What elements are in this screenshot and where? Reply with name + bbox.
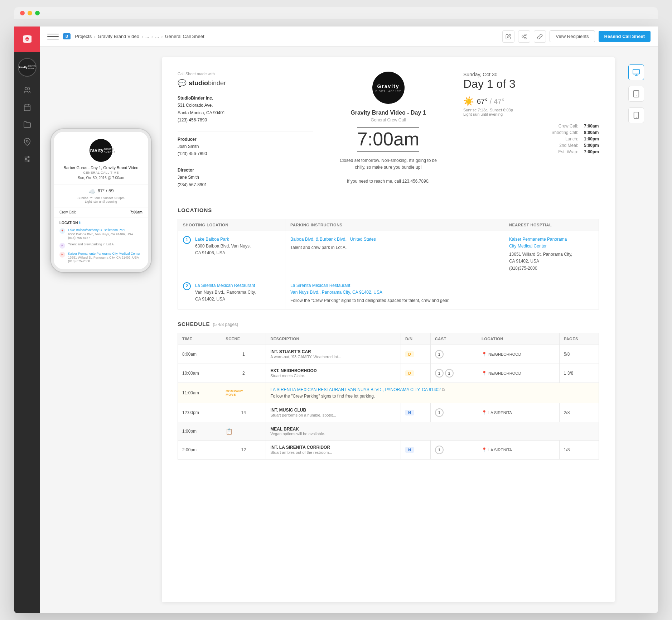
location-2-name: La Sirenita Mexican Restaurant <box>195 282 256 289</box>
schedule-row-2: 10:00am 2 EXT. NEIGHBORHOOD Stuart meets… <box>178 364 599 383</box>
schedule-calls: Crew Call: 7:00am Shooting Call: 8:00am … <box>463 124 599 154</box>
svg-line-17 <box>523 35 525 36</box>
desc-1: INT. STUART'S CAR A worn-out, '93 CAMRY.… <box>266 345 401 364</box>
mobile-temp: 67° / 59 <box>98 188 114 193</box>
parking-1-link: Balboa Blvd. & Burbank Blvd., United Sta… <box>290 236 499 243</box>
schedule-pages: (5 4/8 pages) <box>213 322 238 327</box>
desc-move: LA SIRENITA MEXICAN RESTAURANT VAN NUYS … <box>266 383 599 403</box>
location-1: 📍 NEIGHBORHOOD <box>477 345 560 364</box>
sidebar-logo[interactable] <box>14 27 40 52</box>
callsheet-center: Gravity Digital Agency Gravity Brand Vid… <box>320 72 456 193</box>
hospital-1-link: Kaiser Permanente PanoramaCity Medical C… <box>509 236 594 250</box>
sidebar-brand[interactable]: GravityDIGITAL AGENCY <box>18 58 37 77</box>
hamburger-button[interactable] <box>47 31 59 42</box>
director-info: Director Jane Smith (234) 567-8901 <box>178 162 313 188</box>
svg-rect-18 <box>633 69 639 74</box>
location-num-2: 2 <box>183 282 191 290</box>
weather-row: ☀️ 67° / 47° <box>463 96 599 106</box>
sidebar-item-calendar[interactable] <box>19 100 35 115</box>
mobile-crew-time: 7:00am <box>130 210 142 214</box>
sidebar-item-users[interactable] <box>19 82 35 98</box>
view-recipients-button[interactable]: View Recipients <box>550 30 595 42</box>
cast-1: 1 <box>430 345 477 364</box>
schedule-row-6: 2:00pm 12 INT. LA SIRENITA CORRIDOR Stua… <box>178 441 599 460</box>
scene-6: 12 <box>221 441 266 460</box>
locations-table: SHOOTING LOCATION PARKING INSTRUCTIONS N… <box>178 219 599 310</box>
mobile-parking-icon: P <box>59 243 65 249</box>
breadcrumb-projects[interactable]: Projects <box>75 34 92 39</box>
sidebar-item-folder[interactable] <box>19 117 35 133</box>
parking-1-note: Talent and crew park in Lot A. <box>290 244 499 251</box>
parking-2-link: La Sirenita Mexican Restaurant <box>290 282 499 289</box>
schedule-table: TIME SCENE DESCRIPTION D/N CAST LOCATION… <box>178 333 599 460</box>
breadcrumb-sep2: › <box>141 34 143 39</box>
schedule-row-meal: 1:00pm 📋 MEAL BREAK Vegan options will b… <box>178 422 599 441</box>
mobile-location-section: LOCATION ℹ 📍 Lake Balboa/Anthony C. Beil… <box>54 217 148 269</box>
location-num-1: 1 <box>183 236 191 244</box>
scene-2: 2 <box>221 364 266 383</box>
location-2: 📍 NEIGHBORHOOD <box>477 364 560 383</box>
svg-point-14 <box>522 36 523 37</box>
mobile-pin-icon: 📍 <box>59 228 65 234</box>
desc-meal: MEAL BREAK Vegan options will be availab… <box>266 422 599 441</box>
mobile-hospital-icon: H <box>59 252 65 258</box>
time-meal: 1:00pm <box>178 422 221 441</box>
location-row-2: 2 La Sirenita Mexican Restaurant Van Nuy… <box>178 277 599 309</box>
mobile-subtitle: General Call Time <box>83 171 119 174</box>
sidebar-item-location[interactable] <box>19 134 35 150</box>
sidebar-item-settings[interactable] <box>19 151 35 167</box>
mobile-sunrise: Sunrise 7:13am • Sunset 6:03pm <box>77 196 125 200</box>
cast-4: 1 <box>430 403 477 422</box>
gravity-logo: Gravity Digital Agency <box>372 72 405 104</box>
mobile-title: Barber Gurus - Day 1, Gravity Brand Vide… <box>64 165 139 170</box>
time-4: 12:00pm <box>178 403 221 422</box>
pages-6: 1/8 <box>559 441 599 460</box>
col-description: DESCRIPTION <box>266 333 401 345</box>
col-cast: CAST <box>430 333 477 345</box>
mobile-location-title: LOCATION ℹ <box>59 221 142 225</box>
svg-point-15 <box>525 37 526 39</box>
breadcrumb-current: General Call Sheet <box>165 34 204 39</box>
svg-point-11 <box>25 158 27 160</box>
callsheet-left: Call Sheet made with 💬 studiobinder Stud… <box>178 72 313 193</box>
dn-1: D <box>401 345 431 364</box>
time-move: 11:00am <box>178 383 221 403</box>
location-row-1: 1 Lake Balboa Park 6300 Balboa Blvd, Van… <box>178 231 599 277</box>
pages-1: 5/8 <box>559 345 599 364</box>
location-4: 📍 LA SIRENITA <box>477 403 560 422</box>
crew-call-time: 7:00am <box>357 127 419 152</box>
col-time: TIME <box>178 333 221 345</box>
edit-button[interactable] <box>502 30 514 43</box>
cast-6: 1 <box>430 441 477 460</box>
cast-2: 1 2 <box>430 364 477 383</box>
link-button[interactable] <box>534 30 546 43</box>
resend-callsheet-button[interactable]: Resend Call Sheet <box>599 31 651 42</box>
producer-info: Producer Josh Smith (123) 456-7890 <box>178 131 313 158</box>
mobile-gravity-logo: Gravity DIGITAL AGENCY <box>90 139 112 162</box>
schedule-title: SCHEDULE <box>178 321 210 327</box>
crew-call-label: General Crew Call <box>371 117 406 122</box>
top-header: B Projects › Gravity Brand Video › ... ›… <box>40 27 658 47</box>
day-date: Sunday, Oct 30 <box>463 72 599 77</box>
svg-line-16 <box>523 37 525 38</box>
breadcrumb-sep4: › <box>161 34 163 39</box>
mobile-mockup: Gravity DIGITAL AGENCY Barber Gurus - Da… <box>51 129 151 602</box>
svg-point-6 <box>26 140 28 142</box>
temperature: 67° / 47° <box>477 97 504 106</box>
svg-point-10 <box>28 157 29 158</box>
breadcrumb-logo: B <box>63 33 71 39</box>
scene-move: COMPANYMOVE <box>221 383 266 403</box>
schedule-row-4: 12:00pm 14 INT. MUSIC CLUB Stuart perfor… <box>178 403 599 422</box>
location-6: 📍 LA SIRENITA <box>477 441 560 460</box>
mobile-hospital: H Kaiser Permanente Panorama City Medica… <box>59 251 142 263</box>
share-button[interactable] <box>518 30 530 43</box>
breadcrumb-project[interactable]: Gravity Brand Video <box>98 34 139 39</box>
schedule-row-company-move: 11:00am COMPANYMOVE LA SIRENITA MEXICAN … <box>178 383 599 403</box>
tablet-view-button[interactable] <box>628 86 644 102</box>
desktop-view-button[interactable] <box>628 64 644 80</box>
col-dn: D/N <box>401 333 431 345</box>
breadcrumb: Projects › Gravity Brand Video › ... › .… <box>75 34 498 39</box>
mobile-view-button[interactable] <box>628 107 644 123</box>
device-sidebar <box>625 57 647 602</box>
col-hospital: NEAREST HOSPTIAL <box>504 219 599 231</box>
